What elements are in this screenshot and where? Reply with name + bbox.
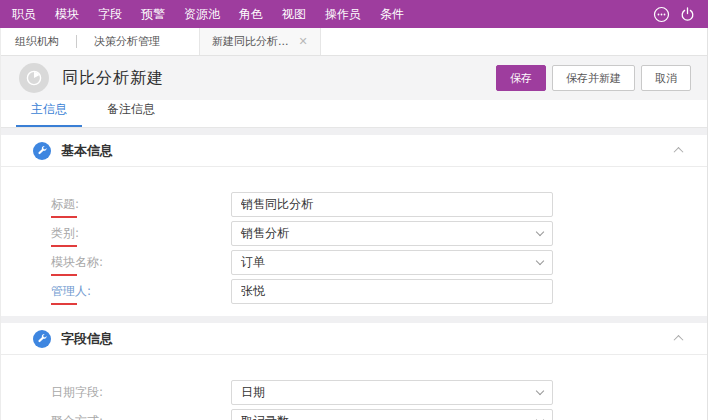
tab-remark-info[interactable]: 备注信息 [107,101,155,127]
tab-decision-analysis[interactable]: 决策分析管理 [77,34,177,49]
page-header: 同比分析新建 保存 保存并新建 取消 [1,56,707,100]
top-nav: 职员 模块 字段 预警 资源池 角色 视图 操作员 条件 [0,0,708,28]
category-select[interactable]: 销售分析 [231,221,553,246]
nav-item-alert[interactable]: 预警 [141,6,165,23]
section-basic-info-title: 基本信息 [61,142,113,160]
save-button[interactable]: 保存 [496,65,546,91]
module-name-select[interactable]: 订单 [231,250,553,275]
form-row-category: 类别: 销售分析 [1,221,707,246]
chevron-down-icon [536,228,544,236]
manager-input[interactable] [231,279,553,304]
manager-label: 管理人: [1,283,231,300]
title-input[interactable] [231,192,553,217]
section-basic-info-header: 基本信息 [1,135,707,167]
chevron-down-icon [536,416,544,420]
more-options-icon[interactable] [653,6,670,23]
date-field-select[interactable]: 日期 [231,380,553,405]
nav-item-operator[interactable]: 操作员 [325,6,361,23]
aggregation-value: 取记录数 [241,413,289,420]
nav-item-condition[interactable]: 条件 [380,6,404,23]
nav-item-module[interactable]: 模块 [55,6,79,23]
field-info-form: 日期字段: 日期 聚合方式: 取记录数 [1,355,707,420]
nav-item-role[interactable]: 角色 [239,6,263,23]
module-name-value: 订单 [241,254,265,271]
aggregation-label: 聚合方式: [1,413,231,420]
save-and-new-button[interactable]: 保存并新建 [552,65,635,91]
nav-item-field[interactable]: 字段 [98,6,122,23]
section-field-info-header: 字段信息 [1,323,707,355]
open-tabs-bar: 组织机构 决策分析管理 新建同比分析... ✕ [1,28,707,56]
nav-item-pool[interactable]: 资源池 [184,6,220,23]
collapse-basic-chevron-up-icon[interactable] [671,144,685,158]
cancel-button[interactable]: 取消 [641,65,691,91]
app-body: 组织机构 决策分析管理 新建同比分析... ✕ 同比分析新建 保存 保存并新建 … [0,28,708,420]
active-tab-label: 新建同比分析... [212,34,289,49]
top-nav-menu: 职员 模块 字段 预警 资源池 角色 视图 操作员 条件 [12,6,404,23]
collapse-field-chevron-up-icon[interactable] [671,332,685,346]
category-label: 类别: [1,225,231,242]
date-field-value: 日期 [241,384,265,401]
category-value: 销售分析 [241,225,289,242]
form-row-manager: 管理人: [1,279,707,304]
form-row-aggregation: 聚合方式: 取记录数 [1,409,707,420]
section-gap [1,316,707,323]
chevron-down-icon [536,257,544,265]
section-field-info-title: 字段信息 [61,330,113,348]
wrench-icon [33,142,51,160]
chevron-down-icon [536,387,544,395]
page-title: 同比分析新建 [62,68,164,89]
module-name-label: 模块名称: [1,254,231,271]
basic-info-form: 标题: 类别: 销售分析 模块名称: 订单 管理人: [1,167,707,316]
detail-tabs: 主信息 备注信息 [1,100,707,128]
close-icon[interactable]: ✕ [299,36,308,47]
form-row-date-field: 日期字段: 日期 [1,380,707,405]
pie-chart-icon [19,63,49,93]
title-label: 标题: [1,196,231,213]
tab-main-info[interactable]: 主信息 [31,101,67,127]
date-field-label: 日期字段: [1,384,231,401]
nav-item-staff[interactable]: 职员 [12,6,36,23]
tab-org-structure[interactable]: 组织机构 [1,34,76,49]
section-basic-info: 基本信息 标题: 类别: 销售分析 模块名称: 订单 [1,135,707,316]
aggregation-select[interactable]: 取记录数 [231,409,553,420]
tab-new-yoy-analysis[interactable]: 新建同比分析... ✕ [199,28,321,55]
section-gap [1,128,707,135]
wrench-icon [33,330,51,348]
nav-item-view[interactable]: 视图 [282,6,306,23]
power-icon[interactable] [679,6,696,23]
form-row-title: 标题: [1,192,707,217]
form-row-module-name: 模块名称: 订单 [1,250,707,275]
section-field-info: 字段信息 日期字段: 日期 聚合方式: 取记录数 [1,323,707,420]
